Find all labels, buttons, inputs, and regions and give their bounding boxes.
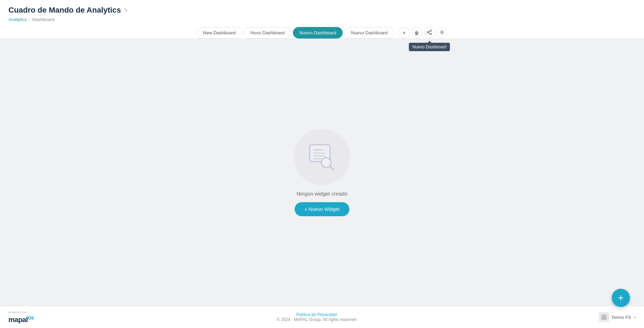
- download-tab-button[interactable]: [436, 27, 448, 39]
- empty-state: Ningún widget creado + Nuevo Widget: [294, 129, 350, 216]
- new-widget-button[interactable]: + Nuevo Widget: [295, 202, 349, 216]
- title-row: Cuadro de Mando de Analytics ✎: [8, 6, 636, 15]
- main-content: Ningún widget creado + Nuevo Widget: [0, 39, 644, 306]
- download-icon: [439, 29, 445, 36]
- svg-point-1: [427, 32, 429, 33]
- tabs-row: New Dashboard Novo Dashboard Nuevo Dashb…: [8, 27, 636, 39]
- delete-tab-button[interactable]: 🗑: [411, 27, 422, 39]
- empty-state-text: Ningún widget creado: [296, 191, 347, 197]
- mapal-logo: mapalos: [8, 315, 34, 324]
- privacy-link[interactable]: Política de Privacidad: [296, 312, 337, 317]
- powered-by-text: powered by: [8, 310, 34, 314]
- footer: powered by mapalos Política de Privacida…: [0, 306, 644, 328]
- footer-user[interactable]: Demo FS ▾: [599, 312, 636, 322]
- add-tab-button[interactable]: +: [398, 27, 410, 39]
- breadcrumb: Analytics / Dashboard: [8, 17, 636, 22]
- footer-logo: powered by mapalos: [8, 310, 34, 324]
- user-label: Demo FS: [612, 315, 631, 320]
- chevron-down-icon: ▾: [634, 315, 636, 319]
- footer-center: Política de Privacidad © 2024 · MAPAL Gr…: [277, 312, 356, 322]
- svg-point-5: [441, 31, 443, 33]
- tab-nuevo-dashboard-active[interactable]: Nuevo Dashboard: [293, 27, 343, 39]
- share-tooltip-wrapper: Nuevo Dashboard: [424, 27, 435, 39]
- tab-new-dashboard[interactable]: New Dashboard: [196, 27, 242, 39]
- page-title: Cuadro de Mando de Analytics: [8, 6, 121, 15]
- breadcrumb-current: Dashboard: [32, 17, 55, 22]
- svg-line-4: [429, 31, 430, 32]
- user-icon: [599, 312, 609, 322]
- svg-point-0: [430, 30, 431, 31]
- fab-button[interactable]: +: [612, 289, 630, 307]
- mapal-os-text: os: [28, 315, 34, 321]
- share-tab-button[interactable]: [424, 27, 435, 39]
- share-icon: [427, 29, 432, 36]
- breadcrumb-separator: /: [29, 17, 30, 22]
- tab-nuevo-dashboard-2[interactable]: Nuevo Dashboard: [344, 27, 394, 39]
- copyright-text: © 2024 · MAPAL Group. All rights reserve…: [277, 317, 356, 322]
- tab-actions: + 🗑 Nuevo Dashboard: [398, 27, 448, 39]
- breadcrumb-analytics-link[interactable]: Analytics: [8, 17, 27, 22]
- svg-line-12: [330, 166, 333, 170]
- edit-icon[interactable]: ✎: [124, 7, 128, 13]
- trash-icon: 🗑: [414, 30, 419, 36]
- svg-point-2: [430, 33, 431, 35]
- header: Cuadro de Mando de Analytics ✎ Analytics…: [0, 0, 644, 39]
- tab-novo-dashboard[interactable]: Novo Dashboard: [244, 27, 291, 39]
- empty-icon: [294, 129, 350, 185]
- svg-line-3: [429, 33, 430, 34]
- mapal-text: mapal: [8, 316, 28, 323]
- plus-icon: +: [403, 30, 406, 36]
- svg-point-14: [603, 316, 605, 317]
